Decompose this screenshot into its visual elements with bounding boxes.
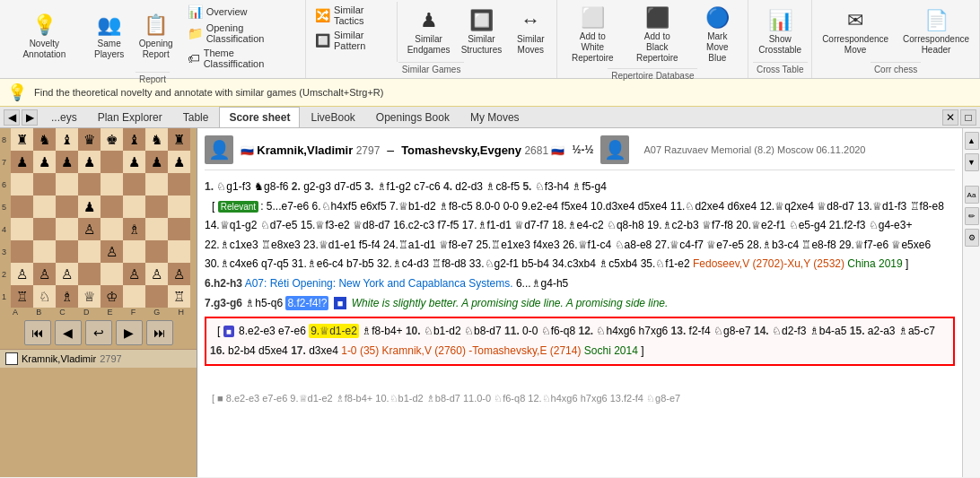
tab-scroll-left-button[interactable]: ◀ bbox=[4, 109, 20, 126]
mark-move-blue-button[interactable]: 🔵 MarkMove Blue bbox=[690, 2, 744, 68]
var-14-nd2f3[interactable]: ♘d2-f3 bbox=[772, 325, 806, 337]
tab-scroll-right-button[interactable]: ▶ bbox=[22, 109, 38, 126]
d8[interactable]: ♛ bbox=[78, 128, 101, 151]
d6[interactable] bbox=[78, 173, 101, 196]
prev-move-button[interactable]: ◀ bbox=[55, 320, 82, 345]
similar-moves-button[interactable]: ↔ SimilarMoves bbox=[508, 2, 553, 62]
move-2-white[interactable]: g2-g3 bbox=[303, 180, 331, 193]
e4[interactable] bbox=[101, 218, 123, 240]
var-8-e7e6[interactable]: e7-e6 bbox=[278, 325, 306, 337]
g1[interactable] bbox=[145, 285, 168, 308]
fedoseev-link[interactable]: Fedoseev,V (2702)-Xu,Y (2532) bbox=[693, 257, 844, 270]
add-black-repertoire-button[interactable]: ⬛ Add to BlackRepertoire bbox=[626, 2, 688, 68]
b8[interactable]: ♞ bbox=[33, 128, 56, 151]
g6[interactable] bbox=[145, 173, 168, 196]
opening-reference[interactable]: A07: Réti Opening: New York and Capablan… bbox=[245, 277, 513, 290]
b6[interactable] bbox=[33, 173, 56, 196]
move-6-black[interactable]: 6...♗g4-h5 bbox=[516, 277, 568, 290]
c6[interactable] bbox=[56, 173, 78, 196]
first-move-button[interactable]: ⏮ bbox=[24, 320, 51, 345]
b5[interactable] bbox=[33, 196, 56, 218]
tab-keys[interactable]: ...eys bbox=[41, 107, 87, 127]
h3[interactable] bbox=[168, 240, 190, 263]
tab-my-moves[interactable]: My Moves bbox=[460, 107, 529, 127]
g8[interactable]: ♞ bbox=[145, 128, 168, 151]
a8[interactable]: ♜ bbox=[11, 128, 33, 151]
var-16-b2b4[interactable]: b2-b4 bbox=[228, 344, 256, 357]
c3[interactable] bbox=[56, 240, 78, 263]
scroll-up-button[interactable]: ▲ bbox=[965, 132, 979, 150]
var-16-d5e4[interactable]: d5xe4 bbox=[258, 344, 288, 357]
h4[interactable] bbox=[168, 218, 190, 240]
a7[interactable]: ♟ bbox=[11, 151, 33, 173]
a2[interactable]: ♙ bbox=[11, 263, 33, 285]
a4[interactable] bbox=[11, 218, 33, 240]
overview-button[interactable]: 📊 Overview bbox=[184, 4, 298, 20]
tab-table[interactable]: Table bbox=[173, 107, 219, 127]
var-11-oo[interactable]: 0-0 bbox=[522, 325, 538, 337]
black-player-name-header[interactable]: Tomashevsky,Evgeny bbox=[401, 143, 521, 157]
move-3-white[interactable]: ♗f1-g2 bbox=[377, 180, 411, 193]
e7[interactable] bbox=[101, 151, 123, 173]
var-15-a2a3[interactable]: a2-a3 bbox=[868, 325, 896, 337]
show-crosstable-button[interactable]: 📊 ShowCrosstable bbox=[752, 2, 808, 62]
g4[interactable] bbox=[145, 218, 168, 240]
h5[interactable] bbox=[168, 196, 190, 218]
c7[interactable]: ♟ bbox=[56, 151, 78, 173]
g3[interactable] bbox=[145, 240, 168, 263]
a1[interactable]: ♖ bbox=[11, 285, 33, 308]
var-10-nb1d2[interactable]: ♘b1-d2 bbox=[424, 325, 461, 337]
move-4-black[interactable]: ♗c8-f5 bbox=[486, 180, 520, 193]
b3[interactable] bbox=[33, 240, 56, 263]
same-players-button[interactable]: 👥 SamePlayers bbox=[87, 2, 132, 72]
similar-pattern-button[interactable]: 🔲 Similar Pattern bbox=[311, 29, 395, 52]
move-1-black[interactable]: ♞g8-f6 bbox=[254, 180, 288, 193]
tab-maximize-button[interactable]: □ bbox=[960, 109, 976, 126]
f7[interactable]: ♟ bbox=[123, 151, 145, 173]
var-12-h7g6[interactable]: h7xg6 bbox=[639, 325, 669, 337]
var-10-nb8d7[interactable]: ♘b8-d7 bbox=[464, 325, 502, 337]
back-button[interactable]: ↩ bbox=[85, 320, 112, 345]
d5[interactable]: ♟ bbox=[78, 196, 101, 218]
var-12-nh4g6[interactable]: ♘h4xg6 bbox=[596, 325, 635, 337]
h8[interactable]: ♜ bbox=[168, 128, 190, 151]
font-size-button[interactable]: Aa bbox=[965, 186, 979, 204]
move-5-white[interactable]: ♘f3-h4 bbox=[535, 180, 569, 193]
f3[interactable] bbox=[123, 240, 145, 263]
opening-report-button[interactable]: 📋 OpeningReport bbox=[134, 2, 179, 72]
var-13-f2f4[interactable]: f2-f4 bbox=[689, 325, 711, 337]
move-5-black[interactable]: ♗f5-g4 bbox=[572, 180, 606, 193]
g7[interactable]: ♟ bbox=[145, 151, 168, 173]
move-3-black[interactable]: c7-c6 bbox=[414, 180, 440, 193]
add-white-repertoire-button[interactable]: ⬜ Add to WhiteRepertoire bbox=[561, 2, 624, 68]
d2[interactable] bbox=[78, 263, 101, 285]
edit-button[interactable]: ✏ bbox=[965, 207, 979, 225]
d7[interactable]: ♟ bbox=[78, 151, 101, 173]
c5[interactable] bbox=[56, 196, 78, 218]
g2[interactable]: ♙ bbox=[145, 263, 168, 285]
h2[interactable]: ♙ bbox=[168, 263, 190, 285]
e1[interactable]: ♔ bbox=[101, 285, 123, 308]
c1[interactable]: ♗ bbox=[56, 285, 78, 308]
d3[interactable] bbox=[78, 240, 101, 263]
e8[interactable]: ♚ bbox=[101, 128, 123, 151]
e5[interactable] bbox=[101, 196, 123, 218]
var-9-bf8b4[interactable]: ♗f8-b4+ bbox=[362, 325, 402, 337]
var-13-ng8e7[interactable]: ♘g8-e7 bbox=[713, 325, 751, 337]
f5[interactable] bbox=[123, 196, 145, 218]
var-14-bb4a5[interactable]: ♗b4-a5 bbox=[809, 325, 847, 337]
var-11-nf6q8[interactable]: ♘f6-q8 bbox=[541, 325, 575, 337]
tab-livebook[interactable]: LiveBook bbox=[301, 107, 364, 127]
f8[interactable]: ♝ bbox=[123, 128, 145, 151]
g5[interactable] bbox=[145, 196, 168, 218]
move-7-black[interactable]: ♗h5-q6 bbox=[245, 297, 283, 309]
b1[interactable]: ♘ bbox=[33, 285, 56, 308]
var-17-d3e4[interactable]: d3xe4 bbox=[309, 344, 338, 357]
d4[interactable]: ♙ bbox=[78, 218, 101, 240]
b2[interactable]: ♙ bbox=[33, 263, 56, 285]
f1[interactable] bbox=[123, 285, 145, 308]
f2[interactable]: ♙ bbox=[123, 263, 145, 285]
tab-plan-explorer[interactable]: Plan Explorer bbox=[88, 107, 172, 127]
c4[interactable] bbox=[56, 218, 78, 240]
move-2-black[interactable]: d7-d5 bbox=[334, 180, 362, 193]
